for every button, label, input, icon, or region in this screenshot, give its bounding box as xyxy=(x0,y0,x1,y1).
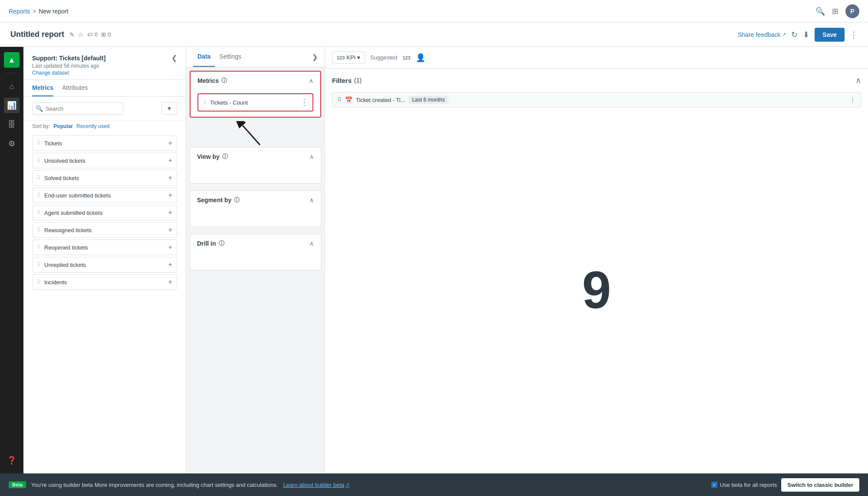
list-item[interactable]: ⠿ Unreplied tickets + xyxy=(32,257,177,273)
kpi-user-icon[interactable]: 👤 xyxy=(416,53,425,62)
save-button[interactable]: Save xyxy=(815,28,845,42)
links-badge: ⊞ 0 xyxy=(101,31,111,38)
view-by-section-header: View by ⓘ ∧ xyxy=(190,148,321,166)
view-by-collapse-button[interactable]: ∧ xyxy=(309,153,314,160)
tab-settings[interactable]: Settings xyxy=(215,47,246,67)
use-beta-checkbox[interactable]: ✓ xyxy=(711,482,717,488)
nav-item-reports[interactable]: 📊 xyxy=(4,98,20,113)
metric-item-label: Reopened tickets xyxy=(44,244,88,251)
segment-by-section: Segment by ⓘ ∧ xyxy=(190,191,321,227)
filters-collapse-button[interactable]: ∧ xyxy=(855,76,861,85)
metric-item-left: ⠿ Unreplied tickets xyxy=(37,262,86,268)
nav-item-help[interactable]: ❓ xyxy=(4,453,20,468)
metric-add-button[interactable]: + xyxy=(168,157,172,164)
list-item[interactable]: ⠿ Solved tickets + xyxy=(32,170,177,186)
metric-add-button[interactable]: + xyxy=(168,261,172,269)
nav-item-home[interactable]: ⌂ xyxy=(4,79,20,94)
dataset-collapse-button[interactable]: ❮ xyxy=(171,54,177,62)
segment-by-collapse-button[interactable]: ∧ xyxy=(309,197,314,204)
drag-handle-icon: ⠿ xyxy=(37,244,41,250)
metric-add-button[interactable]: + xyxy=(168,278,172,286)
filters-count: (1) xyxy=(354,77,362,84)
metrics-section-title: Metrics ⓘ xyxy=(197,77,227,85)
metric-add-button[interactable]: + xyxy=(168,209,172,217)
metrics-list: ⠿ Tickets + ⠿ Unsolved tickets + ⠿ Solve… xyxy=(23,132,186,473)
drag-handle-icon: ⠿ xyxy=(37,262,41,268)
drill-in-header: Drill in ⓘ ∧ xyxy=(190,234,321,253)
metric-add-button[interactable]: + xyxy=(168,243,172,251)
metrics-section-collapse-button[interactable]: ∧ xyxy=(309,77,313,84)
dataset-title-text: Support: Tickets [default] xyxy=(32,55,105,62)
metric-add-button[interactable]: + xyxy=(168,226,172,234)
drill-in-info-icon[interactable]: ⓘ xyxy=(219,240,224,247)
filter-chip-calendar-icon: 📅 xyxy=(345,96,352,103)
share-feedback-link[interactable]: Share feedback ↗ xyxy=(738,31,786,38)
breadcrumb: Reports > New report xyxy=(9,8,69,15)
metric-item-left: ⠿ Agent submitted tickets xyxy=(37,210,102,216)
view-by-info-icon[interactable]: ⓘ xyxy=(222,153,228,161)
switch-classic-button[interactable]: Switch to classic builder xyxy=(781,478,859,492)
middle-panel: Data Settings ❯ Metrics ⓘ ∧ ⠿ Tickets - … xyxy=(186,47,325,473)
top-nav-right: 🔍 ⊞ P xyxy=(815,4,859,18)
grid-icon[interactable]: ⊞ xyxy=(832,7,838,16)
filter-button[interactable]: ▼ xyxy=(161,102,177,115)
sort-row: Sort by: Popular Recently used xyxy=(23,121,186,132)
list-item[interactable]: ⠿ Unsolved tickets + xyxy=(32,153,177,168)
metric-add-button[interactable]: + xyxy=(168,174,172,182)
metrics-info-icon[interactable]: ⓘ xyxy=(221,77,227,85)
list-item[interactable]: ⠿ Reassigned tickets + xyxy=(32,222,177,238)
metric-item-label: Incidents xyxy=(44,279,67,286)
nav-item-settings[interactable]: ⚙ xyxy=(4,136,20,151)
sort-recently-used-link[interactable]: Recently used xyxy=(76,123,109,129)
kpi-dropdown-icon: ▾ xyxy=(357,54,360,61)
metric-item-left: ⠿ Tickets xyxy=(37,140,62,147)
drill-in-title: Drill in ⓘ xyxy=(197,240,224,247)
learn-builder-beta-link[interactable]: Learn about builder beta ↗ xyxy=(283,482,349,488)
reports-link[interactable]: Reports xyxy=(9,8,30,15)
metric-chip-more-button[interactable]: ⋮ xyxy=(300,98,308,107)
metric-item-label: Solved tickets xyxy=(44,175,79,181)
tag-icon: 🏷 xyxy=(87,31,93,38)
metric-add-button[interactable]: + xyxy=(168,139,172,147)
kpi-panel: 123 KPI ▾ Suggested 123 👤 Filters (1) ∧ … xyxy=(325,47,868,473)
list-item[interactable]: ⠿ Reopened tickets + xyxy=(32,240,177,255)
main-layout: ▲ ⌂ 📊 🗄 ⚙ ❓ Support: Tickets [default] ❮… xyxy=(0,47,868,473)
middle-collapse-button[interactable]: ❯ xyxy=(312,53,318,61)
metric-item-left: ⠿ Incidents xyxy=(37,279,67,286)
tags-badge: 🏷 0 xyxy=(87,31,98,38)
tab-data[interactable]: Data xyxy=(193,47,215,67)
more-menu-button[interactable]: ⋮ xyxy=(850,30,858,39)
report-header-actions: ✎ ☆ 🏷 0 ⊞ 0 xyxy=(69,31,111,38)
metric-add-button[interactable]: + xyxy=(168,191,172,199)
nav-divider xyxy=(6,73,18,73)
profile-avatar[interactable]: P xyxy=(845,4,859,18)
kpi-toolbar: 123 KPI ▾ Suggested 123 👤 xyxy=(325,47,868,69)
metrics-section: Metrics ⓘ ∧ ⠿ Tickets - Count ⋮ xyxy=(190,71,321,118)
sort-popular-link[interactable]: Popular xyxy=(53,123,73,129)
kpi-type-button[interactable]: 123 KPI ▾ xyxy=(332,51,365,64)
tab-attributes[interactable]: Attributes xyxy=(62,80,88,96)
list-item[interactable]: ⠿ Agent submitted tickets + xyxy=(32,205,177,220)
bottom-bar-main-text: You're using builder beta More improveme… xyxy=(31,482,278,488)
download-button[interactable]: ⬇ xyxy=(803,30,809,39)
search-icon-inner: 🔍 xyxy=(36,105,43,112)
kpi-suggested-label: Suggested xyxy=(370,54,397,61)
star-icon[interactable]: ☆ xyxy=(78,31,84,38)
list-item[interactable]: ⠿ End-user submitted tickets + xyxy=(32,187,177,203)
list-item[interactable]: ⠿ Tickets + xyxy=(32,135,177,151)
segment-by-title: Segment by ⓘ xyxy=(197,196,240,204)
tab-metrics[interactable]: Metrics xyxy=(32,80,53,96)
use-beta-checkbox-label[interactable]: ✓ Use beta for all reports xyxy=(711,482,777,488)
nav-item-data[interactable]: 🗄 xyxy=(4,117,20,132)
filter-chip-more-button[interactable]: ⋮ xyxy=(850,97,855,103)
drill-in-collapse-button[interactable]: ∧ xyxy=(309,240,314,247)
drag-handle-icon: ⠿ xyxy=(37,158,41,164)
edit-icon[interactable]: ✎ xyxy=(69,31,75,38)
search-input[interactable] xyxy=(32,102,123,115)
list-item[interactable]: ⠿ Incidents + xyxy=(32,274,177,290)
refresh-button[interactable]: ↻ xyxy=(791,30,798,39)
middle-tabs: Data Settings ❯ xyxy=(186,47,325,67)
change-dataset-link[interactable]: Change dataset xyxy=(32,70,177,76)
segment-by-info-icon[interactable]: ⓘ xyxy=(234,196,240,204)
search-icon[interactable]: 🔍 xyxy=(815,7,825,16)
